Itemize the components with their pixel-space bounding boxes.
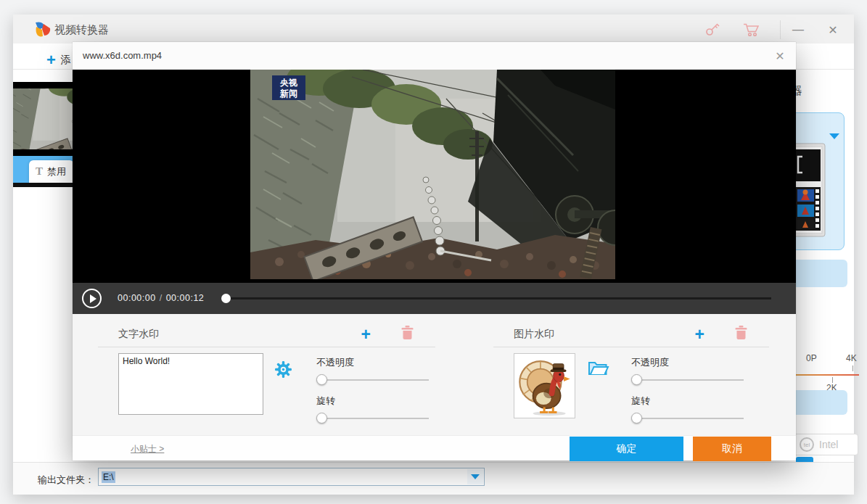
register-key-icon[interactable]: [704, 22, 720, 40]
opacity-label: 不透明度: [316, 356, 429, 369]
dialog-header: www.x6d.com.mp4 ✕: [73, 42, 796, 70]
seek-bar[interactable]: [221, 292, 771, 305]
video-preview-area: 央视 新闻: [73, 70, 796, 283]
store-cart-icon[interactable]: [743, 22, 760, 40]
text-watermark-title: 文字水印: [118, 328, 159, 341]
output-folder-label: 输出文件夹：: [38, 474, 94, 487]
slider-track[interactable]: [631, 418, 744, 419]
titlebar-separator: [780, 20, 781, 39]
seek-track[interactable]: [221, 297, 771, 299]
combobox-dropdown-button[interactable]: [467, 469, 483, 484]
output-folder-value: E:\: [102, 471, 115, 483]
opacity-label: 不透明度: [631, 356, 744, 369]
text-rotate-slider[interactable]: [316, 413, 429, 424]
intel-label: Intel: [819, 439, 838, 450]
watermark-text-input[interactable]: Hello World!: [118, 353, 263, 415]
video-thumbnail[interactable]: [13, 82, 73, 156]
watermark-dialog: www.x6d.com.mp4 ✕ 央视 新闻 00:00:00/00:00:1…: [73, 42, 796, 460]
format-preview-image: [791, 143, 827, 241]
player-controls: 00:00:00/00:00:12: [73, 283, 796, 314]
delete-image-watermark-icon[interactable]: [735, 326, 747, 342]
image-watermark-title: 图片水印: [514, 328, 554, 341]
cancel-button[interactable]: 取消: [693, 437, 771, 461]
turkey-image: [517, 355, 573, 416]
add-image-watermark-button[interactable]: +: [695, 327, 704, 342]
slider-thumb[interactable]: [631, 413, 642, 424]
plus-icon: +: [46, 51, 56, 69]
resolution-tick-2k: [832, 377, 833, 383]
watermark-settings: 文字水印 + Hello World!: [73, 314, 796, 435]
slider-thumb[interactable]: [316, 374, 327, 385]
image-rotate-slider[interactable]: [631, 413, 744, 424]
intel-logo-icon: tel: [800, 437, 814, 452]
dialog-footer: 小贴士 > 确定 取消: [73, 435, 796, 460]
minimize-button[interactable]: —: [788, 20, 808, 39]
cctv-badge-line2: 新闻: [279, 88, 297, 99]
play-button[interactable]: [82, 289, 102, 308]
close-button[interactable]: ✕: [823, 20, 843, 39]
slider-track[interactable]: [316, 418, 429, 419]
image-opacity-slider[interactable]: [631, 374, 744, 386]
dialog-title: www.x6d.com.mp4: [83, 50, 162, 61]
text-tool-icon: T: [36, 165, 43, 178]
text-opacity-slider[interactable]: [316, 374, 429, 386]
slider-thumb[interactable]: [631, 374, 642, 385]
app-logo-icon: [33, 20, 52, 41]
image-watermark-group: 图片水印 +: [493, 321, 769, 430]
ok-button[interactable]: 确定: [570, 437, 683, 461]
tab-text-disable[interactable]: T 禁用: [29, 160, 73, 183]
delete-text-watermark-icon[interactable]: [401, 326, 414, 342]
tab-label: 禁用: [47, 165, 66, 178]
panel-edge: [13, 183, 73, 187]
watermark-image-preview[interactable]: [514, 353, 575, 418]
rotate-label: 旋转: [316, 394, 429, 408]
seek-thumb[interactable]: [221, 294, 231, 303]
chevron-down-icon: [471, 474, 480, 479]
titlebar: 视频转换器 — ✕: [13, 15, 854, 44]
dialog-close-button[interactable]: ✕: [771, 47, 789, 65]
tips-link[interactable]: 小贴士 >: [131, 443, 164, 455]
resolution-tick-4k: [852, 365, 853, 371]
rotate-label: 旋转: [631, 394, 744, 408]
text-watermark-group: 文字水印 + Hello World!: [98, 321, 435, 430]
file-tab-row: T 禁用: [13, 156, 73, 183]
output-folder-combobox[interactable]: E:\: [98, 468, 485, 486]
time-display: 00:00:00/00:00:12: [118, 293, 204, 303]
add-files-label: 添: [61, 54, 71, 65]
choose-image-folder-icon[interactable]: [588, 359, 609, 379]
text-settings-gear-icon[interactable]: [274, 360, 292, 381]
intel-badge: tel Intel: [793, 434, 858, 455]
time-separator: /: [160, 293, 163, 303]
app-title: 视频转换器: [54, 23, 109, 37]
slider-track[interactable]: [316, 379, 429, 381]
add-text-watermark-button[interactable]: +: [361, 327, 371, 342]
slider-track[interactable]: [631, 379, 744, 381]
resolution-label-4k: 4K: [846, 353, 857, 363]
format-dropdown-icon[interactable]: [829, 133, 839, 139]
cctv-badge-line1: 央视: [279, 78, 298, 88]
current-time: 00:00:00: [118, 293, 156, 303]
total-time: 00:00:12: [166, 293, 205, 303]
slider-thumb[interactable]: [316, 413, 327, 424]
add-files-button[interactable]: +添: [46, 51, 71, 70]
resolution-label-1080p: 0P: [806, 353, 817, 363]
bottom-bar: 输出文件夹： E:\ 转换: [13, 462, 854, 495]
play-icon: [90, 294, 96, 303]
video-frame: 央视 新闻: [250, 70, 615, 279]
